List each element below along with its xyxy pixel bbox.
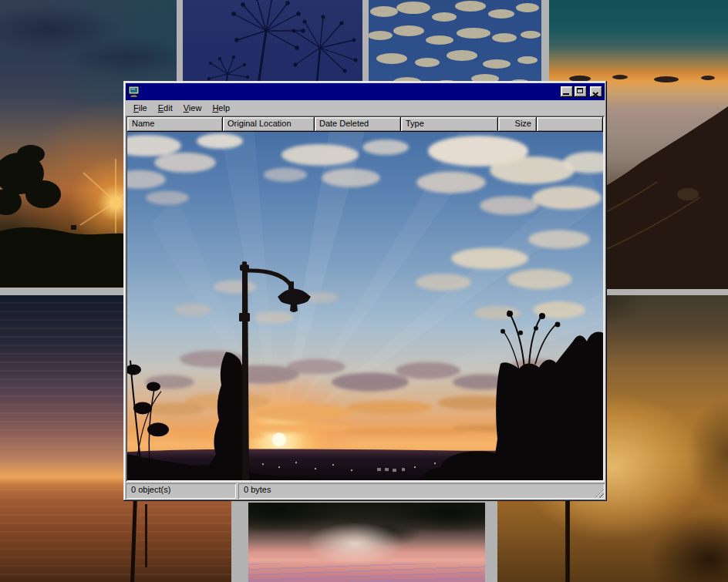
list-content-area[interactable]	[127, 132, 603, 480]
menu-help[interactable]: Help	[207, 102, 235, 115]
minimize-button[interactable]	[561, 86, 573, 97]
lagoon-pole-small	[145, 504, 147, 567]
window-titlebar[interactable]	[126, 83, 605, 100]
sunset-street-lamp-photo	[127, 132, 603, 480]
maximize-button[interactable]	[575, 86, 587, 97]
file-list-view: Name Original Location Date Deleted Type…	[126, 116, 605, 482]
column-header-date-deleted[interactable]: Date Deleted	[315, 117, 401, 132]
recycle-bin-window: File Edit View Help Name Original Locati…	[123, 81, 607, 501]
computer-icon	[128, 86, 140, 98]
column-header-filler[interactable]	[537, 117, 603, 132]
wallpaper-water-reflection-photo	[248, 503, 485, 582]
menu-bar: File Edit View Help	[126, 100, 605, 116]
close-icon	[592, 89, 599, 100]
minimize-icon	[563, 93, 569, 95]
ripple-streaks	[248, 563, 485, 582]
menu-file[interactable]: File	[128, 102, 153, 115]
menu-edit[interactable]: Edit	[153, 102, 178, 115]
menu-view[interactable]: View	[178, 102, 207, 115]
desktop: File Edit View Help Name Original Locati…	[0, 0, 728, 582]
lagoon-pole	[130, 499, 137, 582]
column-header-type[interactable]: Type	[401, 117, 498, 132]
maximize-icon	[577, 88, 583, 93]
column-header-size[interactable]: Size	[498, 117, 537, 132]
column-header-name[interactable]: Name	[127, 117, 223, 132]
close-button[interactable]	[590, 86, 602, 97]
status-bytes-text: 0 bytes	[244, 485, 271, 494]
resize-grip[interactable]	[594, 488, 604, 498]
column-header-original-location[interactable]: Original Location	[223, 117, 315, 132]
status-byte-count: 0 bytes	[238, 483, 605, 499]
status-bar: 0 object(s) 0 bytes	[126, 483, 605, 499]
column-headers: Name Original Location Date Deleted Type…	[127, 117, 603, 132]
status-object-count: 0 object(s)	[126, 483, 236, 499]
